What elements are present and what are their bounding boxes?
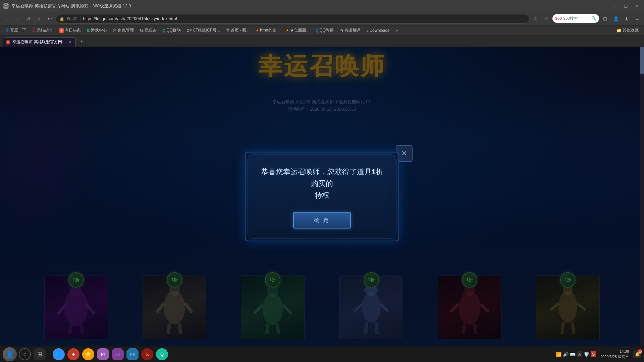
notification-area[interactable]: 🔔 10 [633,350,641,358]
bookmark-more[interactable]: » [393,27,400,34]
home-button[interactable]: ⌂ [34,14,44,23]
address-bar[interactable]: 🔒 腾讯网 | https://lol.qq.com/act/a20200415… [56,14,530,23]
modal-dialog: ✕ 恭喜您幸运召唤师，您获得了道具1折购买的 特权 确 定 [245,152,399,241]
taskbar-qq-icon[interactable]: Q [155,348,169,361]
bookmark-other[interactable]: 📁 其他收藏 [614,27,641,34]
search-360-bar[interactable]: 360 🔍 [552,14,599,23]
menu-button[interactable]: ≡ [633,14,642,23]
taskbar-time: 14:38 [600,349,629,354]
bookmark-role[interactable]: 角 角色管理 [110,27,137,34]
search-button[interactable]: 🔍 [591,16,596,21]
taskbar-network-icon[interactable]: 📶 [556,352,561,357]
minimize-button[interactable]: ─ [610,2,620,10]
scrollbar-thumb[interactable] [640,47,644,74]
back-button[interactable]: ‹ [2,14,11,23]
new-tab-button[interactable]: + [77,37,87,47]
taskbar-ae-icon[interactable]: Ae [111,348,124,361]
modal-text-bold: 1 [372,168,376,176]
history-button[interactable]: ↩ [45,14,54,23]
scrollbar[interactable] [640,47,644,346]
tray-separator [598,349,598,359]
tabs-bar: ⚔ 幸运召唤师-英雄联盟官方网... ✕ + [0,36,644,47]
tab-favicon: ⚔ [6,40,10,45]
nav-right-icons: ☆ ☆ 360 🔍 ⊞ 👤 ⬇ ≡ [531,14,642,23]
corner-bl [247,234,252,239]
maximize-button[interactable]: □ [621,2,631,10]
corner-tl [247,154,252,159]
browser-favicon: 🎮 [3,3,9,9]
taskbar-lol-icon[interactable]: ⚔ [141,348,154,361]
taskbar-time-date[interactable]: 14:38 2020/6/28 星期日 [600,349,629,359]
bookmark-kuang[interactable]: 狂 疯狂连 [137,27,159,34]
profile-button[interactable]: 👤 [611,14,621,23]
taskbar-security-icon[interactable]: 🛡️ [584,352,589,357]
bookmark-qqcai[interactable]: Q QQ彩票 [313,27,336,34]
url-text: https://lol.qq.com/act/a20200415lucky/in… [83,16,526,21]
taskbar-circle-icon[interactable]: ○ [18,348,32,361]
bookmarks-bar: 百 百度一下 天 天猫超市 今 今日头条 G 游戏中心 角 角色管理 狂 疯狂连… [0,25,644,36]
title-bar-controls: ─ □ ✕ [610,2,641,10]
taskbar-lang-icon[interactable]: A [577,351,582,357]
tab-title: 幸运召唤师-英雄联盟官方网... [12,39,65,45]
taskbar-sound-icon[interactable]: 🔊 [563,352,569,357]
taskbar-date: 2020/6/28 星期日 [600,354,629,359]
taskbar-sys-icons: 📶 🔊 ⌨️ A 🛡️ S [556,351,596,357]
tray-separator-2 [631,349,631,359]
corner-br [392,234,397,239]
search-input[interactable] [563,16,590,21]
notification-badge: 10 [638,349,642,354]
bookmark-cf[interactable]: CF CF推兰|CF弓... [184,27,223,34]
site-security-label: 腾讯网 [66,16,77,21]
security-lock-icon: 🔒 [59,16,64,21]
forward-button[interactable]: › [13,14,22,23]
title-bar: 🎮 幸运召唤师-英雄联盟官方网站-腾讯游戏 - 360极速浏览器 12.0 ─ … [0,0,644,12]
reading-list-button[interactable]: ☆ [542,14,551,23]
refresh-button[interactable]: ↺ [23,14,33,23]
bookmark-hrhrt[interactable]: ★ hrhrt的空... [253,27,282,34]
bookmark-toutiao[interactable]: 今 今日头条 [56,27,84,34]
modal-text-line1: 恭喜您幸运召唤师，您获得了道具 [261,168,372,176]
taskbar-yellow-icon[interactable]: ⭐ [82,348,95,361]
browser-window: 🎮 幸运召唤师-英雄联盟官方网站-腾讯游戏 - 360极速浏览器 12.0 ─ … [0,0,644,362]
taskbar-chrome-icon[interactable]: 🌐 [52,348,65,361]
taskbar-right: 📶 🔊 ⌨️ A 🛡️ S 14:38 2020/6/28 星期日 🔔 10 [556,349,641,359]
tab-close-button[interactable]: ✕ [67,40,73,45]
extensions-button[interactable]: ⊞ [600,14,610,23]
nav-bar: ‹ › ↺ ⌂ ↩ 🔒 腾讯网 | https://lol.qq.com/act… [0,12,644,25]
bookmark-game[interactable]: G 游戏中心 [84,27,110,34]
modal-box: 恭喜您幸运召唤师，您获得了道具1折购买的 特权 确 定 [245,152,399,241]
modal-text-line3: 特权 [315,191,329,199]
content-area: 幸运召唤师 幸运召唤师可以折扣购买道具 以下道具仅能购买1？ 活动时间：2020… [0,47,644,346]
bookmark-downloads[interactable]: ↓ Downloads [364,27,392,34]
taskbar-red-icon[interactable]: ● [67,348,80,361]
download-button[interactable]: ⬇ [622,14,631,23]
confirm-button[interactable]: 确 定 [293,212,351,228]
close-button[interactable]: ✕ [632,2,641,10]
star-button[interactable]: ☆ [531,14,540,23]
taskbar-premiere-icon[interactable]: Pr [96,348,110,361]
bookmark-baidu[interactable]: 百 百度一下 [3,27,29,34]
bookmark-youdao[interactable]: 有 有道翻译 [337,27,363,34]
taskbar-antivirus-icon[interactable]: S [591,351,596,357]
search-logo: 360 [555,16,562,21]
taskbar: 👤 ○ ⊞ 🌐 ● ⭐ Pr Ae Ps ⚔ Q [0,346,644,362]
bookmark-tmall[interactable]: 天 天猫超市 [30,27,56,34]
active-tab[interactable]: ⚔ 幸运召唤师-英雄联盟官方网... ✕ [3,37,76,47]
taskbar-ps-icon[interactable]: Ps [126,348,139,361]
modal-message: 恭喜您幸运召唤师，您获得了道具1折购买的 特权 [259,166,385,201]
taskbar-grid-icon[interactable]: ⊞ [33,348,46,361]
bookmark-qq[interactable]: Q QQ群联 [160,27,183,34]
corner-tr [392,154,397,159]
taskbar-separator-1 [49,349,49,359]
taskbar-avatar[interactable]: 👤 [3,347,17,361]
title-bar-text: 幸运召唤师-英雄联盟官方网站-腾讯游戏 - 360极速浏览器 12.0 [11,3,610,9]
taskbar-keyboard-icon[interactable]: ⌨️ [570,352,576,357]
bookmark-renban[interactable]: ★ ★仁版版... [283,27,312,34]
bookmark-home[interactable]: 首 首页 - 我... [223,27,253,34]
